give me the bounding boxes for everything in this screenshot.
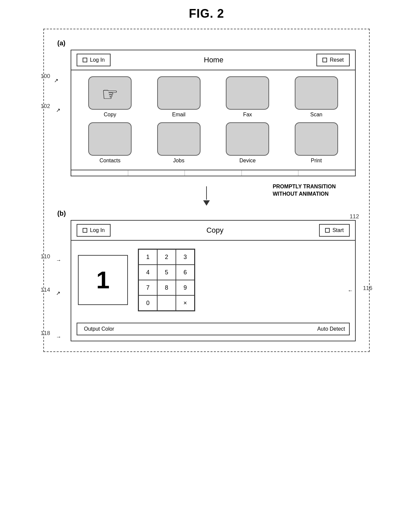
output-color-bar[interactable]: Output Color Auto Detect <box>77 323 350 335</box>
screen-a-header: Log In Home Reset <box>71 50 355 70</box>
app-tile-email[interactable]: Email <box>147 76 211 118</box>
output-color-label: Output Color <box>84 326 114 332</box>
email-tile-label: Email <box>172 112 186 118</box>
tab-1[interactable] <box>71 170 128 176</box>
screen-a-title: Home <box>204 56 223 64</box>
numpad-5[interactable]: 5 <box>157 265 176 280</box>
reset-icon <box>322 58 327 62</box>
page-title: FIG. 2 <box>189 7 224 21</box>
login-button-b[interactable]: Log In <box>77 224 111 237</box>
ref-102-arrow: ↗ <box>56 107 60 113</box>
transition-text: PROMPTLY TRANSITION WITHOUT ANIMATION <box>273 183 336 198</box>
ref-118: 118 <box>41 330 50 337</box>
app-tile-copy[interactable]: ☞ Copy <box>78 76 142 118</box>
app-tile-fax[interactable]: Fax <box>215 76 280 118</box>
contacts-tile-icon <box>88 122 132 156</box>
email-tile-icon <box>157 76 201 110</box>
numpad-3[interactable]: 3 <box>176 249 195 265</box>
screen-b: Log In Copy Start 1 1 2 3 <box>71 220 356 341</box>
ref-114: 114 <box>41 287 50 293</box>
scan-tile-label: Scan <box>310 112 322 118</box>
numpad-9[interactable]: 9 <box>176 280 195 295</box>
ref-110-arrow: → <box>56 257 61 263</box>
ref-110: 110 <box>41 253 50 260</box>
reset-button[interactable]: Reset <box>316 54 350 66</box>
numpad-6[interactable]: 6 <box>176 265 195 280</box>
jobs-tile-label: Jobs <box>173 158 185 164</box>
transition-area: PROMPTLY TRANSITION WITHOUT ANIMATION <box>57 180 356 210</box>
tab-3[interactable] <box>185 170 242 176</box>
tab-2[interactable] <box>128 170 185 176</box>
screen-a: Log In Home Reset ☞ Copy <box>71 50 356 176</box>
numpad-2[interactable]: 2 <box>157 249 176 265</box>
section-a-label: (a) <box>57 39 356 47</box>
ref-100: 100 <box>41 73 50 80</box>
app-tile-jobs[interactable]: Jobs <box>147 122 211 164</box>
screen-b-title: Copy <box>206 226 223 235</box>
numpad: 1 2 3 4 5 6 7 8 9 0 × <box>138 249 195 311</box>
screen-b-header: Log In Copy Start <box>71 221 355 241</box>
tab-4[interactable] <box>242 170 299 176</box>
section-b: (b) 112 110 → 114 ↗ 116 ← 118 → Log In <box>57 210 356 341</box>
ref-118-arrow: → <box>56 334 61 340</box>
ref-114-arrow: ↗ <box>56 290 60 296</box>
hand-pointer-icon: ☞ <box>102 85 118 104</box>
start-button[interactable]: Start <box>319 224 350 237</box>
app-tile-scan[interactable]: Scan <box>284 76 349 118</box>
device-tile-label: Device <box>239 158 256 164</box>
fax-tile-label: Fax <box>243 112 252 118</box>
numpad-7[interactable]: 7 <box>139 280 157 295</box>
copy-tile-label: Copy <box>104 112 116 118</box>
fax-tile-icon <box>226 76 269 110</box>
ref-116-arrow-left: ← <box>348 288 353 294</box>
login-icon-a <box>83 58 87 62</box>
print-tile-icon <box>295 122 338 156</box>
copy-screen-body: 1 1 2 3 4 5 6 7 8 9 <box>71 241 355 319</box>
transition-arrow-group <box>203 186 210 206</box>
tab-5[interactable] <box>298 170 355 176</box>
numpad-8[interactable]: 8 <box>157 280 176 295</box>
copy-number-display: 1 <box>78 255 128 305</box>
login-icon-b <box>83 228 87 233</box>
jobs-tile-icon <box>157 122 201 156</box>
numpad-empty <box>157 295 176 311</box>
start-icon <box>325 228 330 233</box>
ref-116: 116 <box>363 285 372 292</box>
ref-102: 102 <box>41 103 50 110</box>
app-tile-print[interactable]: Print <box>284 122 349 164</box>
output-color-left: Output Color <box>81 326 114 332</box>
ref-100-arrow: ↗ <box>54 77 58 84</box>
contacts-tile-label: Contacts <box>100 158 121 164</box>
ref-112: 112 <box>350 213 359 220</box>
arrow-point <box>203 200 210 206</box>
app-tile-device[interactable]: Device <box>215 122 280 164</box>
screen-a-tabs <box>71 170 355 176</box>
arrow-shaft <box>206 186 207 200</box>
section-a: (a) 100 ↗ 102 ↗ Log In Home Reset <box>57 39 356 176</box>
print-tile-label: Print <box>311 158 322 164</box>
device-tile-icon <box>226 122 269 156</box>
outer-dashed-container: (a) 100 ↗ 102 ↗ Log In Home Reset <box>43 29 370 352</box>
numpad-0[interactable]: 0 <box>139 295 157 311</box>
section-b-label: (b) <box>57 210 356 217</box>
app-grid: ☞ Copy Email Fax <box>71 70 355 170</box>
scan-tile-icon <box>295 76 338 110</box>
numpad-1[interactable]: 1 <box>139 249 157 265</box>
copy-tile-icon: ☞ <box>88 76 132 110</box>
login-button-a[interactable]: Log In <box>77 54 111 66</box>
numpad-clear[interactable]: × <box>176 295 195 311</box>
output-color-value: Auto Detect <box>317 326 345 332</box>
numpad-4[interactable]: 4 <box>139 265 157 280</box>
app-tile-contacts[interactable]: Contacts <box>78 122 142 164</box>
